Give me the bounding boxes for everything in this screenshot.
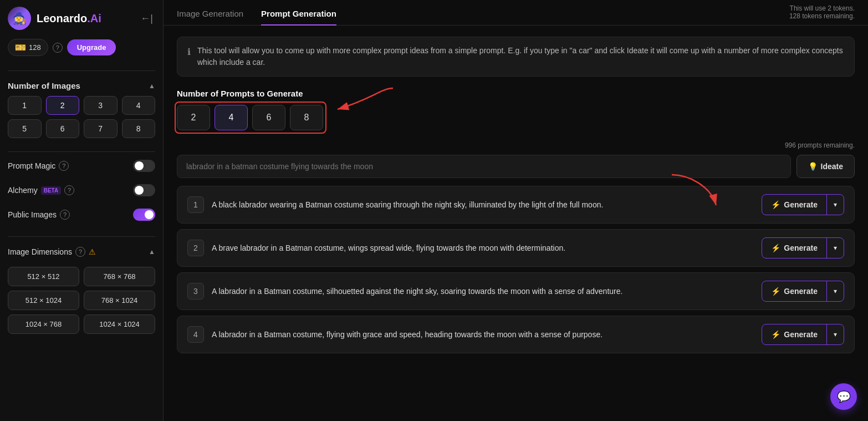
collapse-button[interactable]: ←| — [138, 11, 155, 27]
tab-image-generation[interactable]: Image Generation — [177, 0, 243, 25]
prompt-magic-row: Prompt Magic ? — [8, 158, 155, 174]
generate-group-3: ⚡ Generate ▾ — [762, 281, 844, 302]
num-images-title: Number of Images — [8, 81, 80, 90]
count-btn-4[interactable]: 4 — [215, 105, 248, 130]
dim-btn-512x512[interactable]: 512 × 512 — [8, 267, 79, 286]
generate-group-2: ⚡ Generate ▾ — [762, 237, 844, 258]
alchemy-help-icon[interactable]: ? — [64, 185, 74, 195]
dim-btn-1024x768[interactable]: 1024 × 768 — [8, 315, 79, 334]
generate-button-4[interactable]: ⚡ Generate — [762, 324, 826, 344]
prompt-magic-label: Prompt Magic ? — [8, 161, 69, 171]
upgrade-button[interactable]: Upgrade — [67, 39, 116, 55]
image-dimensions-header: Image Dimensions ? ⚠ ▲ — [8, 247, 155, 257]
generate-icon-3: ⚡ — [771, 287, 780, 296]
num-btn-5[interactable]: 5 — [8, 119, 42, 138]
num-btn-2[interactable]: 2 — [46, 96, 80, 115]
image-dimensions-label: Image Dimensions ? ⚠ — [8, 247, 96, 257]
prompts-remaining: 996 prompts remaining. — [177, 141, 855, 149]
info-text: This tool will allow you to come up with… — [197, 45, 844, 68]
generate-dropdown-2[interactable]: ▾ — [826, 238, 844, 258]
image-dimensions-text: Image Dimensions — [8, 247, 72, 256]
result-text-1: A black labrador wearing a Batman costum… — [212, 199, 754, 211]
generate-group-4: ⚡ Generate ▾ — [762, 324, 844, 345]
result-num-1: 1 — [187, 196, 204, 213]
alchemy-toggle[interactable] — [133, 184, 155, 196]
content-area: ℹ This tool will allow you to come up wi… — [164, 26, 868, 421]
generate-icon-4: ⚡ — [771, 330, 780, 339]
tab-prompt-generation[interactable]: Prompt Generation — [261, 0, 336, 25]
result-card-3: 3 A labrador in a Batman costume, silhou… — [177, 272, 855, 310]
generate-label-4: Generate — [784, 330, 818, 339]
image-dimensions-chevron[interactable]: ▲ — [149, 248, 155, 256]
alchemy-label: Alchemy BETA ? — [8, 185, 74, 195]
prompt-count-section: Number of Prompts to Generate 2 4 6 8 — [177, 89, 855, 130]
token-info: This will use 2 tokens. 128 tokens remai… — [789, 4, 855, 20]
generate-icon-1: ⚡ — [771, 200, 780, 209]
generate-dropdown-4[interactable]: ▾ — [826, 324, 844, 344]
divider-2 — [8, 151, 155, 152]
generate-button-1[interactable]: ⚡ Generate — [762, 195, 826, 215]
num-btn-6[interactable]: 6 — [46, 119, 80, 138]
num-btn-7[interactable]: 7 — [84, 119, 118, 138]
prompt-count-options: 2 4 6 8 — [177, 105, 323, 130]
num-images-grid: 1 2 3 4 5 6 7 8 — [8, 96, 155, 138]
dim-btn-768x768[interactable]: 768 × 768 — [84, 267, 155, 286]
token-badge: 🎫 128 — [8, 39, 48, 56]
image-dimensions-help-icon[interactable]: ? — [75, 247, 85, 257]
num-images-chevron[interactable]: ▲ — [149, 82, 155, 90]
result-text-4: A labrador in a Batman costume, flying w… — [212, 329, 754, 341]
ideate-button[interactable]: 💡 Ideate — [796, 155, 855, 178]
search-row: 💡 Ideate — [177, 155, 855, 178]
alchemy-beta-badge: BETA — [41, 186, 61, 195]
logo-icon: 🧙 — [8, 7, 31, 30]
count-btn-6[interactable]: 6 — [252, 105, 285, 130]
num-images-section-header: Number of Images ▲ — [8, 81, 155, 90]
result-text-2: A brave labrador in a Batman costume, wi… — [212, 242, 754, 254]
logo-area: 🧙 Leonardo.Ai — [8, 7, 101, 30]
num-btn-4[interactable]: 4 — [122, 96, 156, 115]
token-row: 🎫 128 ? Upgrade — [8, 39, 155, 56]
public-images-toggle[interactable] — [133, 209, 155, 221]
num-btn-1[interactable]: 1 — [8, 96, 42, 115]
count-btn-8[interactable]: 8 — [290, 105, 323, 130]
generate-button-3[interactable]: ⚡ Generate — [762, 281, 826, 301]
num-btn-8[interactable]: 8 — [122, 119, 156, 138]
generate-label-2: Generate — [784, 244, 818, 252]
token-help-icon[interactable]: ? — [53, 43, 63, 53]
chat-bubble[interactable]: 💬 — [830, 383, 857, 410]
generate-dropdown-3[interactable]: ▾ — [826, 281, 844, 301]
public-images-help-icon[interactable]: ? — [60, 210, 70, 220]
dim-btn-512x1024[interactable]: 512 × 1024 — [8, 291, 79, 310]
sidebar: 🧙 Leonardo.Ai ←| 🎫 128 ? Upgrade Number … — [0, 0, 164, 421]
alchemy-text: Alchemy — [8, 186, 38, 195]
dimensions-grid: 512 × 512 768 × 768 512 × 1024 768 × 102… — [8, 267, 155, 334]
result-text-3: A labrador in a Batman costume, silhouet… — [212, 286, 754, 297]
public-images-label: Public Images ? — [8, 210, 70, 220]
prompt-magic-help-icon[interactable]: ? — [59, 161, 69, 171]
generate-button-2[interactable]: ⚡ Generate — [762, 238, 826, 258]
generate-dropdown-1[interactable]: ▾ — [826, 195, 844, 215]
token-icon: 🎫 — [15, 42, 26, 53]
divider-1 — [8, 70, 155, 71]
num-btn-3[interactable]: 3 — [84, 96, 118, 115]
divider-3 — [8, 236, 155, 237]
result-card-2: 2 A brave labrador in a Batman costume, … — [177, 229, 855, 267]
token-info-line1: This will use 2 tokens. — [789, 4, 855, 12]
result-num-2: 2 — [187, 240, 204, 256]
prompt-count-options-wrapper: 2 4 6 8 — [177, 105, 323, 130]
generate-label-1: Generate — [784, 200, 818, 209]
generate-icon-2: ⚡ — [771, 244, 780, 252]
prompt-magic-toggle[interactable] — [133, 160, 155, 172]
public-images-row: Public Images ? — [8, 206, 155, 223]
result-card-1: 1 A black labrador wearing a Batman cost… — [177, 186, 855, 224]
dim-btn-1024x1024[interactable]: 1024 × 1024 — [84, 315, 155, 334]
result-num-3: 3 — [187, 283, 204, 300]
dim-btn-768x1024[interactable]: 768 × 1024 — [84, 291, 155, 310]
public-images-text: Public Images — [8, 210, 57, 219]
results-container: 1 A black labrador wearing a Batman cost… — [177, 186, 855, 353]
ideate-icon: 💡 — [808, 162, 818, 171]
prompt-count-label: Number of Prompts to Generate — [177, 89, 855, 98]
token-info-line2: 128 tokens remaining. — [789, 12, 855, 20]
prompt-input[interactable] — [177, 155, 791, 178]
count-btn-2[interactable]: 2 — [177, 105, 210, 130]
